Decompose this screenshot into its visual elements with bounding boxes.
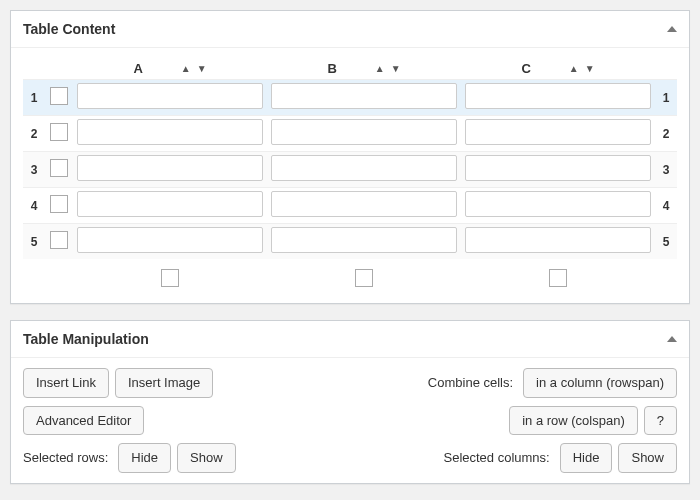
row-number-left[interactable]: 1 bbox=[23, 80, 45, 116]
row-number-right[interactable]: 1 bbox=[655, 80, 677, 116]
insert-link-button[interactable]: Insert Link bbox=[23, 368, 109, 398]
collapse-icon[interactable] bbox=[667, 26, 677, 32]
row-number-left[interactable]: 3 bbox=[23, 152, 45, 188]
content-grid: A ▲ ▼ B ▲ ▼ bbox=[23, 58, 677, 293]
rowspan-button[interactable]: in a column (rowspan) bbox=[523, 368, 677, 398]
cols-hide-button[interactable]: Hide bbox=[560, 443, 613, 473]
cell-input[interactable] bbox=[271, 119, 457, 145]
collapse-icon[interactable] bbox=[667, 336, 677, 342]
sort-desc-icon[interactable]: ▼ bbox=[585, 63, 595, 74]
table-row: 44 bbox=[23, 188, 677, 224]
column-a-checkbox[interactable] bbox=[161, 269, 179, 287]
row-checkbox[interactable] bbox=[50, 159, 68, 177]
selected-rows-label: Selected rows: bbox=[23, 450, 108, 465]
cell-input[interactable] bbox=[465, 83, 651, 109]
row-number-left[interactable]: 2 bbox=[23, 116, 45, 152]
column-label: A bbox=[133, 61, 142, 76]
sort-asc-icon[interactable]: ▲ bbox=[181, 63, 191, 74]
column-header-c[interactable]: C ▲ ▼ bbox=[461, 58, 655, 80]
insert-image-button[interactable]: Insert Image bbox=[115, 368, 213, 398]
combine-cells-label: Combine cells: bbox=[428, 375, 513, 390]
cell-input[interactable] bbox=[271, 155, 457, 181]
table-manipulation-body: Insert Link Insert Image Combine cells: … bbox=[11, 358, 689, 483]
column-c-checkbox[interactable] bbox=[549, 269, 567, 287]
row-number-right[interactable]: 3 bbox=[655, 152, 677, 188]
cell-input[interactable] bbox=[465, 119, 651, 145]
row-checkbox[interactable] bbox=[50, 195, 68, 213]
row-number-left[interactable]: 5 bbox=[23, 224, 45, 260]
table-content-title: Table Content bbox=[23, 21, 115, 37]
cell-input[interactable] bbox=[77, 191, 263, 217]
column-header-a[interactable]: A ▲ ▼ bbox=[73, 58, 267, 80]
combine-help-button[interactable]: ? bbox=[644, 406, 677, 436]
row-number-left[interactable]: 4 bbox=[23, 188, 45, 224]
table-content-panel: Table Content A ▲ ▼ bbox=[10, 10, 690, 304]
cell-input[interactable] bbox=[77, 227, 263, 253]
column-header-b[interactable]: B ▲ ▼ bbox=[267, 58, 461, 80]
table-row: 33 bbox=[23, 152, 677, 188]
cell-input[interactable] bbox=[77, 155, 263, 181]
cell-input[interactable] bbox=[77, 119, 263, 145]
cell-input[interactable] bbox=[271, 227, 457, 253]
rows-hide-button[interactable]: Hide bbox=[118, 443, 171, 473]
column-label: B bbox=[327, 61, 336, 76]
row-number-right[interactable]: 5 bbox=[655, 224, 677, 260]
table-content-header[interactable]: Table Content bbox=[11, 11, 689, 48]
table-row: 22 bbox=[23, 116, 677, 152]
table-content-body: A ▲ ▼ B ▲ ▼ bbox=[11, 48, 689, 303]
rows-show-button[interactable]: Show bbox=[177, 443, 236, 473]
table-row: 55 bbox=[23, 224, 677, 260]
table-manipulation-header[interactable]: Table Manipulation bbox=[11, 321, 689, 358]
advanced-editor-button[interactable]: Advanced Editor bbox=[23, 406, 144, 436]
row-checkbox[interactable] bbox=[50, 123, 68, 141]
column-b-checkbox[interactable] bbox=[355, 269, 373, 287]
cols-show-button[interactable]: Show bbox=[618, 443, 677, 473]
row-number-right[interactable]: 4 bbox=[655, 188, 677, 224]
sort-asc-icon[interactable]: ▲ bbox=[569, 63, 579, 74]
cell-input[interactable] bbox=[465, 227, 651, 253]
row-number-right[interactable]: 2 bbox=[655, 116, 677, 152]
sort-desc-icon[interactable]: ▼ bbox=[197, 63, 207, 74]
row-checkbox[interactable] bbox=[50, 231, 68, 249]
sort-desc-icon[interactable]: ▼ bbox=[391, 63, 401, 74]
sort-asc-icon[interactable]: ▲ bbox=[375, 63, 385, 74]
cell-input[interactable] bbox=[77, 83, 263, 109]
cell-input[interactable] bbox=[465, 191, 651, 217]
selected-columns-label: Selected columns: bbox=[443, 450, 549, 465]
table-manipulation-panel: Table Manipulation Insert Link Insert Im… bbox=[10, 320, 690, 484]
colspan-button[interactable]: in a row (colspan) bbox=[509, 406, 638, 436]
table-row: 11 bbox=[23, 80, 677, 116]
cell-input[interactable] bbox=[271, 191, 457, 217]
cell-input[interactable] bbox=[271, 83, 457, 109]
table-manipulation-title: Table Manipulation bbox=[23, 331, 149, 347]
column-label: C bbox=[521, 61, 530, 76]
row-checkbox[interactable] bbox=[50, 87, 68, 105]
cell-input[interactable] bbox=[465, 155, 651, 181]
